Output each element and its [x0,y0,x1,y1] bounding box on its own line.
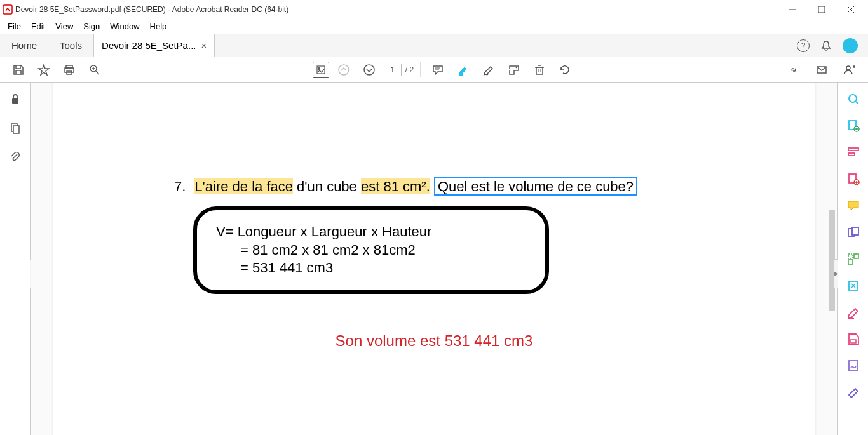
star-icon[interactable] [33,59,55,81]
question-linkbox[interactable]: Quel est le volume de ce cube? [434,177,637,196]
tab-tools[interactable]: Tools [48,34,93,57]
svg-rect-40 [852,227,858,235]
menu-sign[interactable]: Sign [78,20,105,32]
maximize-button[interactable] [807,0,836,19]
main-area: ◀ 7. L'aire de la face d'un cube est 81 … [0,83,868,435]
question-line: 7. L'aire de la face d'un cube est 81 cm… [174,178,776,195]
document-viewport[interactable]: 7. L'aire de la face d'un cube est 81 cm… [31,83,837,435]
save-icon[interactable] [8,59,29,81]
svg-line-9 [96,71,99,74]
selection-tool-icon[interactable] [313,62,329,78]
svg-point-31 [849,95,857,102]
sign-in-avatar[interactable] [843,38,858,53]
tab-document[interactable]: Devoir 28 5E_SetPa... × [93,34,215,57]
svg-rect-2 [818,6,825,13]
menu-edit[interactable]: Edit [26,20,50,32]
main-toolbar: / 2 [0,57,868,83]
svg-rect-30 [13,126,19,133]
attachments-icon[interactable] [8,150,23,165]
zoom-icon[interactable] [84,59,105,81]
question-number: 7. [174,178,186,195]
fill-sign-icon[interactable] [846,358,861,373]
question-text: L'aire de la face d'un cube est 81 cm². … [194,178,637,195]
comment-tool-icon[interactable] [846,198,861,213]
redact-icon[interactable] [846,305,861,320]
page-canvas: 7. L'aire de la face d'un cube est 81 cm… [53,83,815,435]
svg-rect-19 [536,67,543,74]
svg-point-13 [318,67,320,69]
acrobat-app-icon [3,4,13,15]
help-button[interactable]: ? [797,39,810,52]
rotate-icon[interactable] [554,59,576,81]
svg-point-14 [339,65,349,75]
tab-document-label: Devoir 28 5E_SetPa... [102,40,196,51]
window-title: Devoir 28 5E_SetPassword.pdf (SECURED) -… [15,5,288,14]
export-pdf-icon[interactable] [846,118,861,133]
menu-help[interactable]: Help [145,20,172,32]
svg-rect-41 [848,254,853,258]
notifications-icon[interactable] [820,39,832,52]
svg-rect-35 [848,148,858,151]
menu-bar: File Edit View Sign Window Help [0,19,868,34]
minimize-button[interactable] [778,0,807,19]
edit-pdf-icon[interactable] [846,145,861,160]
svg-rect-36 [848,153,855,156]
tab-close-icon[interactable]: × [201,40,207,51]
create-pdf-icon[interactable] [846,171,861,187]
comment-icon[interactable] [427,59,449,81]
svg-rect-0 [3,5,12,14]
svg-line-32 [856,102,858,104]
question-highlight-2: est 81 cm². [361,178,430,194]
print-icon[interactable] [58,59,80,81]
menu-window[interactable]: Window [105,20,144,32]
draw-icon[interactable] [478,59,499,81]
right-tools-rail: ▶ [837,83,868,435]
delete-icon[interactable] [529,59,550,81]
tab-home[interactable]: Home [0,34,48,57]
svg-rect-46 [851,340,856,343]
work-line-1: V= Longueur x Largueur x Hauteur [216,223,526,241]
combine-files-icon[interactable] [846,225,861,240]
page-down-icon[interactable] [358,59,380,81]
question-plain: d'un cube [293,178,361,194]
work-line-2: = 81 cm2 x 81 cm2 x 81cm2 [216,241,526,260]
thumbnails-icon[interactable] [8,121,23,136]
protect-save-icon[interactable] [846,331,861,347]
organize-pages-icon[interactable] [846,251,861,267]
tab-bar: Home Tools Devoir 28 5E_SetPa... × ? [0,34,868,57]
compress-pdf-icon[interactable] [846,278,861,293]
highlighter-icon[interactable] [452,59,474,81]
share-link-icon[interactable] [783,59,804,81]
work-box: V= Longueur x Largueur x Hauteur = 81 cm… [193,206,549,294]
svg-rect-28 [12,98,18,104]
lock-icon[interactable] [8,91,23,107]
question-highlight-1: L'aire de la face [194,178,293,194]
menu-view[interactable]: View [50,20,78,32]
svg-rect-43 [848,260,853,264]
menu-file[interactable]: File [3,20,26,32]
toolbar-separator [420,62,421,77]
page-number-input[interactable] [384,64,402,76]
search-page-icon[interactable] [846,91,861,107]
left-navigation-rail: ◀ [0,83,31,435]
svg-rect-6 [65,68,74,72]
work-line-3: = 531 441 cm3 [216,259,526,278]
svg-point-15 [364,65,374,75]
email-icon[interactable] [811,59,832,81]
svg-rect-47 [849,361,858,371]
final-answer-text: Son volume est 531 441 cm3 [92,332,776,350]
page-total-label: / 2 [405,65,414,74]
stamp-icon[interactable] [503,59,525,81]
svg-rect-42 [854,254,858,258]
window-titlebar: Devoir 28 5E_SetPassword.pdf (SECURED) -… [0,0,868,19]
close-window-button[interactable] [836,0,865,19]
svg-point-25 [846,66,850,70]
share-people-icon[interactable] [839,59,860,81]
more-tools-icon[interactable] [846,385,861,400]
right-rail-expand-handle[interactable]: ▶ [833,259,838,288]
page-up-icon[interactable] [333,59,355,81]
